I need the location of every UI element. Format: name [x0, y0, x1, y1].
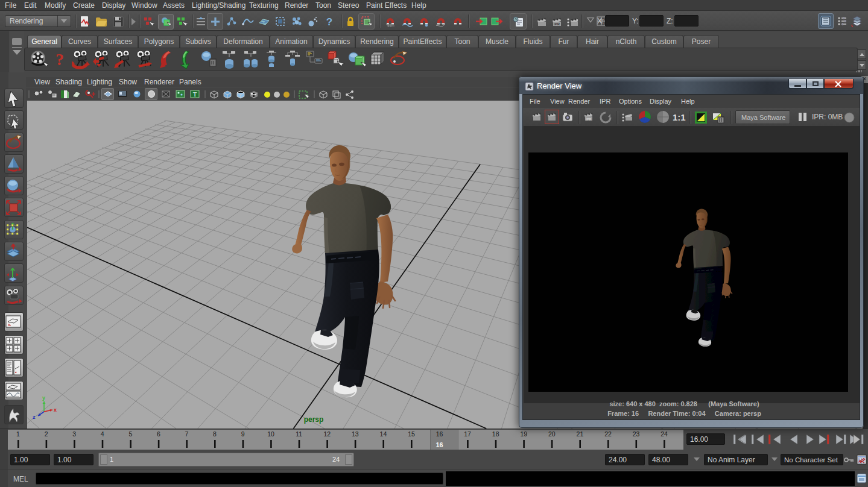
svg-text:2: 2 [45, 430, 48, 438]
svg-text:IPR: IPR [586, 118, 591, 121]
svg-text:23: 23 [633, 430, 640, 438]
svg-text:9: 9 [241, 430, 245, 438]
svg-text:7: 7 [185, 430, 188, 438]
svg-text:y: y [42, 395, 45, 401]
svg-text:21: 21 [577, 430, 584, 438]
svg-text:18: 18 [492, 430, 499, 438]
svg-text:13: 13 [352, 430, 359, 438]
svg-text:19: 19 [520, 430, 527, 438]
svg-text:16: 16 [436, 441, 443, 448]
svg-text:24: 24 [661, 430, 668, 438]
svg-text:1: 1 [16, 430, 20, 438]
svg-text:4: 4 [101, 430, 104, 438]
svg-text:5: 5 [128, 430, 132, 438]
svg-text:T: T [193, 90, 197, 98]
svg-text:?: ? [55, 50, 64, 69]
svg-text:?: ? [326, 16, 332, 28]
svg-text:z: z [33, 414, 36, 420]
svg-text:x: x [54, 407, 57, 413]
svg-text:22: 22 [604, 430, 612, 438]
svg-text:15: 15 [408, 430, 415, 438]
svg-text:17: 17 [464, 430, 471, 438]
svg-text:6: 6 [157, 430, 160, 438]
svg-text:12: 12 [323, 430, 331, 438]
svg-text:20: 20 [548, 430, 556, 438]
svg-text:16: 16 [436, 430, 443, 438]
svg-text:8: 8 [213, 430, 217, 438]
svg-text:IPR: IPR [554, 22, 560, 26]
svg-text:11: 11 [296, 430, 302, 438]
svg-text:10: 10 [267, 430, 274, 438]
svg-text:14: 14 [380, 430, 387, 438]
svg-text:3: 3 [72, 430, 76, 438]
svg-text:persp: persp [304, 415, 324, 424]
